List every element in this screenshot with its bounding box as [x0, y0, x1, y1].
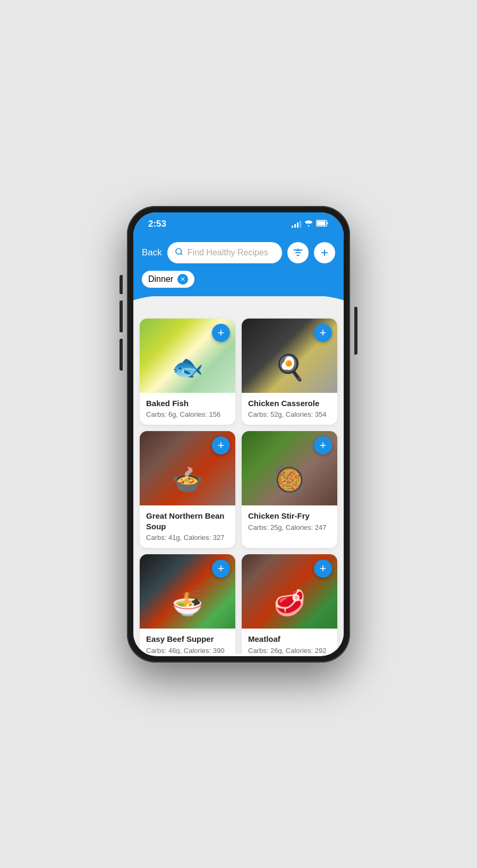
- recipe-meta: Carbs: 26g, Calories: 292: [248, 647, 331, 654]
- card-info: Meatloaf Carbs: 26g, Calories: 292: [242, 629, 337, 654]
- filter-row: Dinner ✕: [133, 271, 344, 296]
- recipe-card-beef-supper[interactable]: + Easy Beef Supper Carbs: 46g, Calories:…: [140, 554, 235, 654]
- wave-divider: [133, 296, 344, 312]
- search-input[interactable]: Find Healthy Recipes: [188, 248, 275, 257]
- recipe-card-bean-soup[interactable]: + Great Northern Bean Soup Carbs: 41g, C…: [140, 431, 235, 548]
- recipe-card-chicken-casserole[interactable]: + Chicken Casserole Carbs: 52g, Calories…: [242, 319, 337, 425]
- recipe-meta: Carbs: 25g, Calories: 247: [248, 523, 331, 531]
- add-chicken-casserole-button[interactable]: +: [314, 324, 332, 342]
- recipe-title: Chicken Stir-Fry: [248, 511, 331, 521]
- svg-point-3: [176, 248, 182, 254]
- card-info: Chicken Casserole Carbs: 52g, Calories: …: [242, 393, 337, 425]
- recipes-grid: + Baked Fish Carbs: 6g, Calories: 156 + …: [140, 319, 337, 654]
- header: Back Find Healthy Recipes: [133, 236, 344, 271]
- recipe-card-stir-fry[interactable]: + Chicken Stir-Fry Carbs: 25g, Calories:…: [242, 431, 337, 548]
- recipes-content: + Baked Fish Carbs: 6g, Calories: 156 + …: [133, 312, 344, 654]
- filter-button[interactable]: [287, 242, 309, 263]
- recipe-image-chicken-casserole: +: [242, 319, 337, 393]
- add-beef-supper-button[interactable]: +: [212, 560, 230, 578]
- recipe-image-baked-fish: +: [140, 319, 235, 393]
- add-recipe-button[interactable]: [314, 242, 335, 263]
- volume-down-button[interactable]: [120, 339, 123, 371]
- recipe-meta: Carbs: 41g, Calories: 327: [146, 534, 229, 542]
- card-info: Baked Fish Carbs: 6g, Calories: 156: [140, 393, 235, 425]
- status-time: 2:53: [148, 219, 166, 229]
- chip-remove-button[interactable]: ✕: [177, 274, 188, 285]
- recipe-image-stir-fry: +: [242, 431, 337, 505]
- svg-point-0: [308, 225, 310, 227]
- recipe-card-baked-fish[interactable]: + Baked Fish Carbs: 6g, Calories: 156: [140, 319, 235, 425]
- dinner-filter-chip[interactable]: Dinner ✕: [142, 271, 194, 288]
- add-bean-soup-button[interactable]: +: [212, 436, 230, 454]
- signal-bar-2: [294, 224, 296, 228]
- signal-bar-1: [292, 226, 293, 228]
- wifi-icon: [304, 219, 313, 228]
- card-info: Easy Beef Supper Carbs: 46g, Calories: 3…: [140, 629, 235, 654]
- recipe-image-meatloaf: +: [242, 554, 337, 629]
- signal-bar-3: [297, 222, 299, 228]
- recipe-meta: Carbs: 6g, Calories: 156: [146, 410, 229, 418]
- add-baked-fish-button[interactable]: +: [212, 324, 230, 342]
- chip-label: Dinner: [148, 274, 173, 284]
- recipe-card-meatloaf[interactable]: + Meatloaf Carbs: 26g, Calories: 292: [242, 554, 337, 654]
- recipe-title: Easy Beef Supper: [146, 634, 229, 644]
- recipe-title: Great Northern Bean Soup: [146, 511, 229, 531]
- signal-bar-4: [300, 221, 301, 228]
- search-icon: [175, 247, 183, 258]
- signal-icon: [292, 220, 301, 228]
- recipe-meta: Carbs: 46g, Calories: 390: [146, 647, 229, 654]
- search-bar[interactable]: Find Healthy Recipes: [167, 242, 282, 263]
- svg-rect-2: [317, 221, 326, 225]
- recipe-title: Baked Fish: [146, 398, 229, 409]
- add-stir-fry-button[interactable]: +: [314, 436, 332, 454]
- recipe-meta: Carbs: 52g, Calories: 354: [248, 410, 331, 418]
- recipe-title: Meatloaf: [248, 634, 331, 644]
- status-bar: 2:53: [133, 212, 344, 236]
- power-button[interactable]: [354, 307, 357, 355]
- card-info: Great Northern Bean Soup Carbs: 41g, Cal…: [140, 505, 235, 548]
- card-info: Chicken Stir-Fry Carbs: 25g, Calories: 2…: [242, 505, 337, 538]
- battery-icon: [316, 219, 329, 229]
- mute-button[interactable]: [120, 275, 123, 294]
- volume-up-button[interactable]: [120, 300, 123, 332]
- recipe-image-bean-soup: +: [140, 431, 235, 505]
- status-icons: [292, 219, 329, 229]
- back-button[interactable]: Back: [142, 247, 162, 258]
- recipe-image-beef-supper: +: [140, 554, 235, 629]
- add-meatloaf-button[interactable]: +: [314, 560, 332, 578]
- phone-frame: 2:53: [127, 206, 350, 663]
- phone-screen: 2:53: [133, 212, 344, 656]
- svg-line-4: [181, 253, 182, 255]
- recipe-title: Chicken Casserole: [248, 398, 331, 409]
